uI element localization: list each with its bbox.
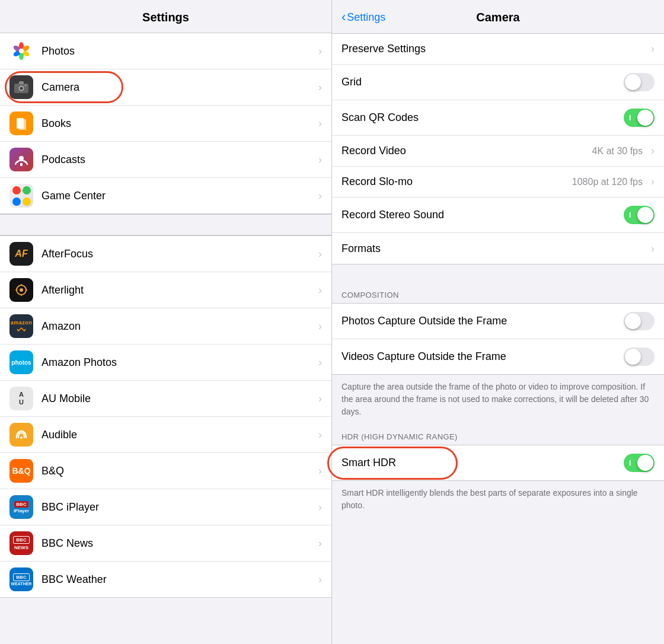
settings-item-books[interactable]: Books ›	[0, 106, 331, 142]
afterfocus-label: AfterFocus	[42, 248, 314, 260]
hdr-header: HDR (HIGH DYNAMIC RANGE)	[332, 428, 664, 445]
recordstereo-item[interactable]: Record Stereo Sound	[332, 197, 664, 233]
amazonphotos-chevron: ›	[318, 356, 322, 369]
photos-label: Photos	[42, 45, 314, 58]
photoscapture-item[interactable]: Photos Capture Outside the Frame	[332, 304, 664, 339]
preserve-settings-item[interactable]: Preserve Settings ›	[332, 34, 664, 65]
recordslomo-chevron: ›	[651, 176, 655, 188]
smarthdr-toggle[interactable]	[624, 454, 655, 472]
bbciplayer-chevron: ›	[318, 501, 322, 514]
afterfocus-chevron: ›	[318, 248, 322, 260]
videoscapture-toggle-knob	[625, 349, 641, 365]
bbciplayer-icon: BBC iPlayer	[9, 495, 33, 519]
gamecenter-label: Game Center	[42, 190, 314, 202]
bbcnews-icon: BBC NEWS	[9, 531, 33, 555]
books-label: Books	[42, 117, 314, 130]
top-settings-group: Photos › Camera ›	[0, 33, 331, 214]
bbcweather-chevron: ›	[318, 573, 322, 586]
books-chevron: ›	[318, 117, 322, 130]
settings-item-camera[interactable]: Camera ›	[0, 69, 331, 106]
settings-item-amazon[interactable]: amazon Amazon ›	[0, 308, 331, 345]
books-icon	[9, 111, 33, 135]
svg-rect-15	[17, 119, 23, 128]
settings-item-afterlight[interactable]: Afterlight ›	[0, 272, 331, 308]
grid-item[interactable]: Grid	[332, 65, 664, 100]
afterlight-icon	[9, 278, 33, 302]
right-header: ‹ Settings Camera	[332, 0, 664, 33]
recordslomo-item[interactable]: Record Slo-mo 1080p at 120 fps ›	[332, 167, 664, 197]
audible-chevron: ›	[318, 429, 322, 441]
aumobile-label: AU Mobile	[42, 393, 314, 405]
recordstereo-toggle[interactable]	[624, 206, 655, 224]
composition-header: COMPOSITION	[332, 286, 664, 303]
podcasts-label: Podcasts	[42, 154, 314, 166]
videoscapture-toggle[interactable]	[624, 347, 655, 366]
bbcnews-label: BBC News	[42, 537, 314, 550]
amazon-label: Amazon	[42, 320, 314, 333]
settings-item-bbciplayer[interactable]: BBC iPlayer BBC iPlayer ›	[0, 489, 331, 525]
formats-label: Formats	[341, 243, 646, 255]
settings-left-panel: Settings Photos ›	[0, 0, 332, 644]
scanqr-toggle-knob	[637, 110, 653, 126]
settings-item-photos[interactable]: Photos ›	[0, 33, 331, 69]
gamecenter-icon	[9, 184, 33, 208]
composition-group: Photos Capture Outside the Frame Videos …	[332, 303, 664, 375]
recordslomo-value: 1080p at 120 fps	[572, 177, 643, 187]
afterlight-label: Afterlight	[42, 284, 314, 297]
settings-item-afterfocus[interactable]: AF AfterFocus ›	[0, 236, 331, 272]
grid-toggle[interactable]	[624, 73, 655, 91]
camera-chevron: ›	[318, 81, 322, 94]
photoscapture-toggle[interactable]	[624, 312, 655, 330]
svg-point-7	[19, 49, 24, 53]
svg-point-19	[20, 288, 23, 292]
smarthdr-label: Smart HDR	[341, 457, 624, 469]
scanqr-toggle[interactable]	[624, 109, 655, 127]
settings-item-bbcweather[interactable]: BBC WEATHER BBC Weather ›	[0, 562, 331, 597]
bbcweather-label: BBC Weather	[42, 573, 314, 586]
photos-chevron: ›	[318, 45, 322, 58]
recordvideo-value: 4K at 30 fps	[592, 146, 643, 157]
settings-item-audible[interactable]: Audible ›	[0, 417, 331, 453]
recordvideo-chevron: ›	[651, 145, 655, 157]
audible-label: Audible	[42, 429, 314, 441]
videoscapture-item[interactable]: Videos Capture Outside the Frame	[332, 339, 664, 374]
settings-item-podcasts[interactable]: Podcasts ›	[0, 142, 331, 178]
svg-point-24	[20, 436, 23, 439]
svg-point-11	[20, 87, 23, 90]
aumobile-chevron: ›	[318, 393, 322, 405]
camera-panel-title: Camera	[476, 11, 519, 24]
app-settings-group: AF AfterFocus › Afterlight ›	[0, 235, 331, 598]
svg-rect-17	[20, 163, 23, 166]
podcasts-chevron: ›	[318, 154, 322, 166]
svg-point-12	[25, 85, 26, 86]
smarthdr-item[interactable]: Smart HDR	[332, 445, 664, 480]
gamecenter-chevron: ›	[318, 190, 322, 202]
recordvideo-label: Record Video	[341, 145, 592, 157]
amazonphotos-icon: photos	[9, 350, 33, 374]
settings-item-bq[interactable]: B&Q B&Q ›	[0, 453, 331, 489]
recordslomo-label: Record Slo-mo	[341, 176, 572, 188]
camera-icon	[9, 75, 33, 99]
amazonphotos-label: Amazon Photos	[42, 356, 314, 369]
scanqr-item[interactable]: Scan QR Codes	[332, 100, 664, 136]
amazon-chevron: ›	[318, 320, 322, 333]
scanqr-label: Scan QR Codes	[341, 111, 624, 124]
settings-item-amazonphotos[interactable]: photos Amazon Photos ›	[0, 345, 331, 381]
back-button[interactable]: ‹ Settings	[341, 9, 385, 25]
settings-item-bbcnews[interactable]: BBC NEWS BBC News ›	[0, 525, 331, 562]
settings-item-gamecenter[interactable]: Game Center ›	[0, 178, 331, 213]
recordstereo-label: Record Stereo Sound	[341, 209, 624, 221]
afterfocus-icon: AF	[9, 242, 33, 266]
amazon-icon: amazon	[9, 314, 33, 338]
recordstereo-toggle-knob	[637, 207, 653, 223]
audible-icon	[9, 423, 33, 447]
preserve-label: Preserve Settings	[341, 43, 646, 55]
recordvideo-item[interactable]: Record Video 4K at 30 fps ›	[332, 136, 664, 167]
smarthdr-toggle-knob	[637, 455, 653, 471]
settings-item-aumobile[interactable]: A U AU Mobile ›	[0, 381, 331, 417]
afterlight-chevron: ›	[318, 284, 322, 297]
formats-item[interactable]: Formats ›	[332, 233, 664, 264]
aumobile-icon: A U	[9, 387, 33, 410]
left-panel-title: Settings	[0, 0, 331, 33]
back-chevron-icon: ‹	[341, 9, 346, 25]
